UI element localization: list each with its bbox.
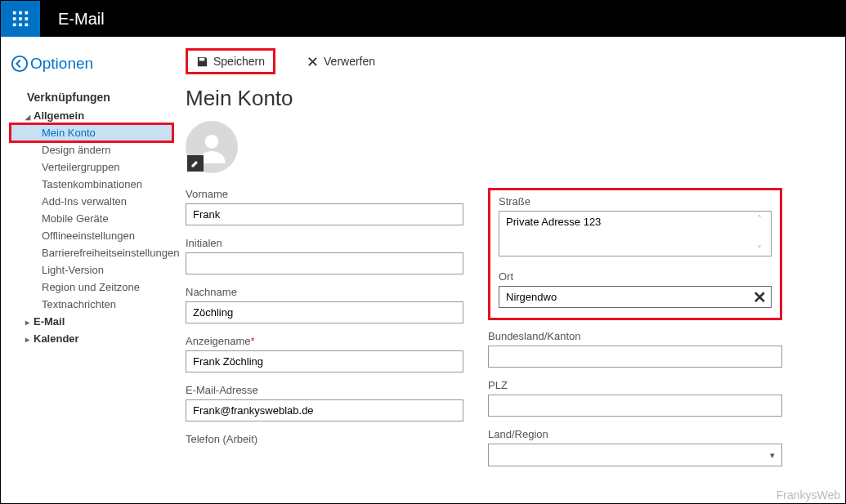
discard-button[interactable]: Verwerfen <box>298 51 383 72</box>
svg-rect-0 <box>13 11 16 15</box>
form-col-left: Vorname Initialen Nachname Anzeigename* … <box>186 188 463 466</box>
nachname-field[interactable] <box>186 301 463 323</box>
save-label: Speichern <box>213 55 265 68</box>
topbar: E-Mail <box>1 1 845 37</box>
email-field[interactable] <box>186 399 463 421</box>
anzeigename-field[interactable] <box>186 350 463 372</box>
ort-label: Ort <box>499 270 772 283</box>
main-panel: Speichern Verwerfen Mein Konto Vorname <box>172 37 845 503</box>
waffle-icon <box>11 10 29 28</box>
nav-group-email[interactable]: E-Mail <box>11 313 172 330</box>
nav-heading: Verknüpfungen <box>11 87 172 107</box>
plz-label: PLZ <box>488 379 782 391</box>
close-icon <box>307 56 319 68</box>
nav-item-barriere[interactable]: Barrierefreiheitseinstellungen <box>11 244 172 261</box>
nav-item-mein-konto[interactable]: Mein Konto <box>11 124 172 141</box>
back-arrow-icon <box>11 55 29 73</box>
avatar[interactable] <box>186 121 238 173</box>
watermark: FrankysWeb <box>777 488 840 502</box>
clear-ort-button[interactable]: ✕ <box>753 289 767 306</box>
app-launcher-button[interactable] <box>1 1 40 37</box>
address-highlight-box: Straße Private Adresse 123 ˄ ˅ Ort <box>488 188 782 320</box>
svg-point-10 <box>205 135 219 149</box>
save-button[interactable]: Speichern <box>186 48 275 74</box>
form-col-right: Straße Private Adresse 123 ˄ ˅ Ort <box>488 188 782 466</box>
land-label: Land/Region <box>488 428 782 440</box>
textarea-spinner[interactable]: ˄ ˅ <box>757 214 768 256</box>
back-options-link[interactable]: Optionen <box>11 55 172 73</box>
bundesland-label: Bundesland/Kanton <box>488 330 782 342</box>
svg-rect-4 <box>19 17 22 20</box>
save-icon <box>196 56 208 68</box>
vorname-field[interactable] <box>186 203 463 225</box>
svg-rect-2 <box>25 11 29 15</box>
nav-item-offline[interactable]: Offlineeinstellungen <box>11 227 172 244</box>
telefon-label: Telefon (Arbeit) <box>186 433 463 445</box>
toolbar: Speichern Verwerfen <box>186 48 829 74</box>
avatar-edit-button[interactable] <box>187 155 204 172</box>
left-nav: Optionen Verknüpfungen Allgemein Mein Ko… <box>1 37 172 503</box>
nav-item-verteiler[interactable]: Verteilergruppen <box>11 158 172 176</box>
nav-item-tasten[interactable]: Tastenkombinationen <box>11 176 172 193</box>
nav-item-region[interactable]: Region und Zeitzone <box>11 279 172 296</box>
svg-rect-3 <box>13 17 16 20</box>
nachname-label: Nachname <box>186 286 463 298</box>
nav-item-mobile[interactable]: Mobile Geräte <box>11 210 172 227</box>
ort-field[interactable] <box>499 286 772 308</box>
chevron-up-icon: ˄ <box>757 214 768 225</box>
svg-rect-8 <box>25 24 29 27</box>
strasse-field[interactable]: Private Adresse 123 <box>499 211 772 256</box>
nav-group-kalender[interactable]: Kalender <box>11 330 172 347</box>
chevron-down-icon: ˅ <box>757 244 768 256</box>
email-label: E-Mail-Adresse <box>186 384 463 396</box>
pencil-icon <box>190 158 200 168</box>
svg-rect-7 <box>19 24 22 27</box>
initialen-field[interactable] <box>186 252 463 274</box>
svg-rect-1 <box>19 11 22 15</box>
svg-point-9 <box>12 56 27 71</box>
nav-item-design[interactable]: Design ändern <box>11 141 172 158</box>
nav-group-allgemein[interactable]: Allgemein <box>11 107 172 124</box>
app-title: E-Mail <box>40 10 105 29</box>
plz-field[interactable] <box>488 395 782 417</box>
initialen-label: Initialen <box>186 237 463 249</box>
bundesland-field[interactable] <box>488 346 782 368</box>
nav-item-text[interactable]: Textnachrichten <box>11 296 172 313</box>
anzeigename-label: Anzeigename* <box>186 335 463 347</box>
nav-item-addins[interactable]: Add-Ins verwalten <box>11 193 172 210</box>
vorname-label: Vorname <box>186 188 463 200</box>
svg-rect-6 <box>13 24 16 27</box>
nav-item-light[interactable]: Light-Version <box>11 261 172 279</box>
back-label: Optionen <box>30 55 93 73</box>
svg-rect-5 <box>25 17 29 20</box>
discard-label: Verwerfen <box>324 55 375 68</box>
strasse-label: Straße <box>499 195 772 207</box>
page-title: Mein Konto <box>186 86 829 111</box>
land-select[interactable] <box>488 444 782 466</box>
